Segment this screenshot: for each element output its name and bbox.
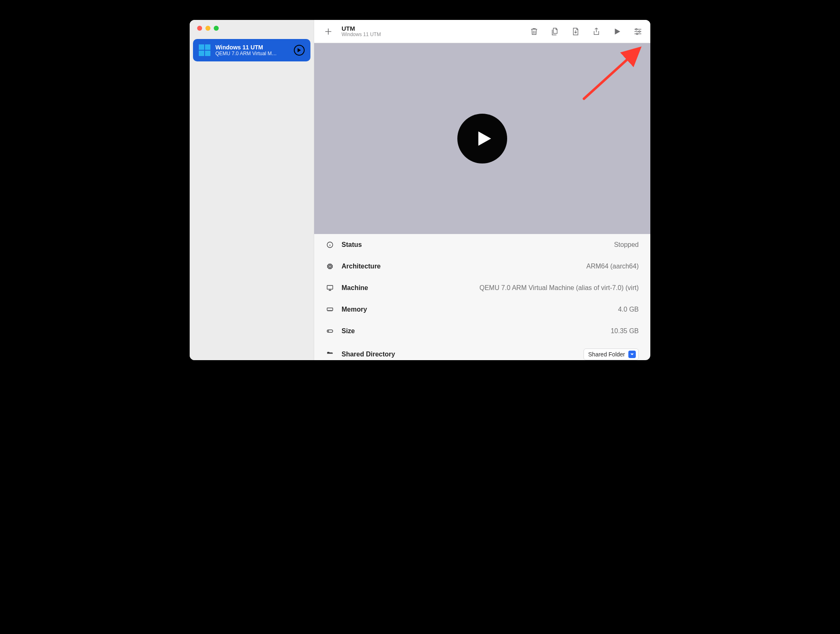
windows-logo-icon bbox=[199, 44, 210, 56]
toolbar-actions bbox=[529, 27, 643, 37]
play-icon bbox=[613, 27, 622, 36]
detail-value: 4.0 GB bbox=[618, 306, 639, 313]
info-icon bbox=[326, 241, 334, 249]
monitor-icon bbox=[326, 284, 334, 292]
memory-icon bbox=[326, 305, 334, 314]
minimize-window-button[interactable] bbox=[205, 26, 210, 31]
window-controls bbox=[190, 26, 314, 39]
app-subtitle: Windows 11 UTM bbox=[342, 32, 381, 38]
toolbar: UTM Windows 11 UTM bbox=[314, 20, 650, 43]
duplicate-document-icon bbox=[550, 27, 559, 36]
svg-point-9 bbox=[328, 331, 329, 332]
svg-point-2 bbox=[636, 33, 638, 34]
sliders-icon bbox=[633, 27, 642, 36]
svg-rect-5 bbox=[329, 266, 331, 268]
svg-rect-4 bbox=[328, 265, 332, 268]
import-button[interactable] bbox=[571, 27, 581, 37]
chip-icon bbox=[326, 262, 334, 271]
vm-details: Status Stopped Architecture ARM64 (aarch… bbox=[314, 234, 650, 360]
sidebar-vm-name: Windows 11 UTM bbox=[215, 44, 289, 51]
svg-rect-6 bbox=[327, 285, 333, 289]
trash-icon bbox=[530, 27, 539, 36]
play-icon bbox=[474, 129, 493, 148]
shared-folder-label: Shared Folder bbox=[588, 351, 625, 358]
sidebar-vm-item[interactable]: Windows 11 UTM QEMU 7.0 ARM Virtual M… bbox=[193, 39, 310, 61]
detail-label: Machine bbox=[342, 284, 368, 292]
svg-rect-7 bbox=[327, 308, 333, 310]
main-panel: UTM Windows 11 UTM bbox=[314, 20, 650, 360]
close-window-button[interactable] bbox=[197, 26, 202, 31]
play-icon bbox=[297, 48, 301, 52]
detail-label: Size bbox=[342, 327, 355, 335]
detail-label: Memory bbox=[342, 306, 367, 313]
disk-icon bbox=[326, 327, 334, 335]
detail-label: Shared Directory bbox=[342, 351, 395, 358]
sidebar-vm-text: Windows 11 UTM QEMU 7.0 ARM Virtual M… bbox=[215, 44, 289, 56]
app-window: Windows 11 UTM QEMU 7.0 ARM Virtual M… U… bbox=[190, 20, 650, 360]
detail-row-architecture: Architecture ARM64 (aarch64) bbox=[314, 256, 650, 277]
svg-point-0 bbox=[636, 28, 637, 30]
detail-row-size: Size 10.35 GB bbox=[314, 320, 650, 342]
settings-button[interactable] bbox=[633, 27, 643, 37]
share-icon bbox=[592, 27, 601, 36]
chevron-down-icon bbox=[628, 351, 636, 358]
sidebar-vm-subtitle: QEMU 7.0 ARM Virtual M… bbox=[215, 51, 289, 56]
clone-button[interactable] bbox=[550, 27, 560, 37]
detail-row-machine: Machine QEMU 7.0 ARM Virtual Machine (al… bbox=[314, 277, 650, 299]
preview-play-button[interactable] bbox=[457, 114, 507, 163]
detail-value: QEMU 7.0 ARM Virtual Machine (alias of v… bbox=[479, 284, 639, 292]
plus-icon bbox=[324, 27, 332, 36]
detail-row-status: Status Stopped bbox=[314, 234, 650, 256]
app-title: UTM bbox=[342, 25, 381, 32]
detail-row-memory: Memory 4.0 GB bbox=[314, 299, 650, 320]
add-vm-button[interactable] bbox=[322, 25, 335, 38]
detail-value: ARM64 (aarch64) bbox=[586, 263, 639, 270]
vm-preview bbox=[314, 43, 650, 234]
delete-button[interactable] bbox=[529, 27, 539, 37]
detail-value: 10.35 GB bbox=[610, 327, 639, 335]
share-button[interactable] bbox=[591, 27, 601, 37]
detail-label: Architecture bbox=[342, 263, 381, 270]
sidebar: Windows 11 UTM QEMU 7.0 ARM Virtual M… bbox=[190, 20, 314, 360]
run-button[interactable] bbox=[612, 27, 622, 37]
shared-folder-dropdown[interactable]: Shared Folder bbox=[584, 349, 639, 360]
detail-row-shared-directory: Shared Directory Shared Folder bbox=[314, 342, 650, 360]
detail-label: Status bbox=[342, 241, 362, 249]
svg-point-1 bbox=[639, 31, 640, 32]
document-download-icon bbox=[571, 27, 580, 36]
folder-icon bbox=[326, 350, 334, 358]
toolbar-title: UTM Windows 11 UTM bbox=[342, 25, 381, 38]
sidebar-vm-play-button[interactable] bbox=[294, 45, 305, 56]
detail-value: Stopped bbox=[614, 241, 639, 249]
zoom-window-button[interactable] bbox=[214, 26, 219, 31]
